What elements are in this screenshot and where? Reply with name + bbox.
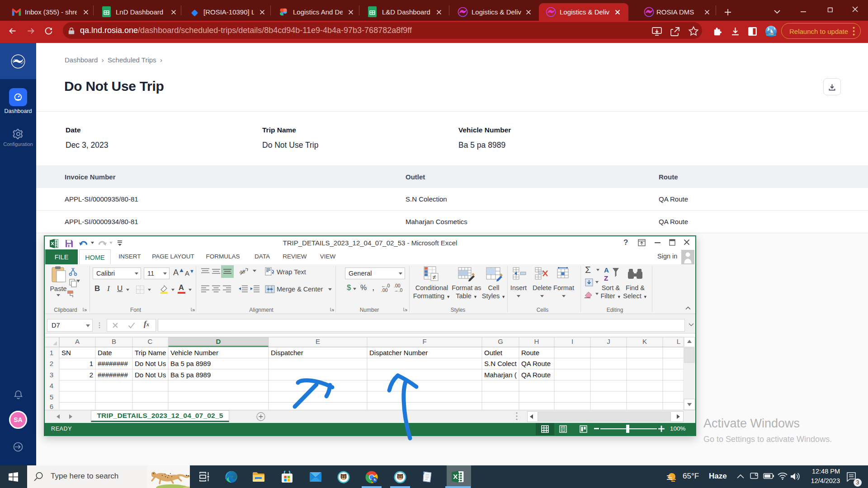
svg-text:H: H bbox=[534, 338, 539, 345]
svg-text:2: 2 bbox=[90, 371, 93, 379]
svg-text:I: I bbox=[571, 338, 573, 345]
svg-text:G: G bbox=[498, 338, 503, 345]
svg-text:Ba 5 pa 8989: Ba 5 pa 8989 bbox=[170, 360, 211, 367]
svg-text:D: D bbox=[216, 338, 221, 345]
svg-text:Dispatcher: Dispatcher bbox=[271, 349, 303, 357]
svg-text:K: K bbox=[642, 338, 647, 345]
svg-text:S.N Colect: S.N Colect bbox=[484, 360, 517, 367]
svg-text:5: 5 bbox=[50, 393, 53, 401]
svg-text:C: C bbox=[148, 338, 153, 345]
svg-text:2: 2 bbox=[50, 360, 53, 367]
svg-text:Do Not Us: Do Not Us bbox=[135, 371, 166, 379]
svg-text:Trip Name: Trip Name bbox=[135, 349, 166, 357]
svg-text:Date: Date bbox=[98, 349, 112, 357]
svg-text:Route: Route bbox=[521, 349, 539, 357]
svg-text:1: 1 bbox=[50, 349, 53, 357]
svg-text:QA Route: QA Route bbox=[521, 371, 551, 379]
svg-text:1: 1 bbox=[90, 360, 93, 367]
svg-text:Do Not Us: Do Not Us bbox=[135, 360, 166, 367]
svg-text:B: B bbox=[112, 338, 116, 345]
svg-text:A: A bbox=[75, 338, 80, 345]
svg-text:Outlet: Outlet bbox=[484, 349, 503, 357]
svg-text:Ba 5 pa 8989: Ba 5 pa 8989 bbox=[170, 371, 211, 379]
svg-text:QA Route: QA Route bbox=[521, 360, 551, 367]
svg-text:3: 3 bbox=[50, 371, 53, 379]
svg-text:L: L bbox=[677, 338, 680, 345]
svg-text:6: 6 bbox=[50, 403, 53, 410]
svg-text:J: J bbox=[607, 338, 610, 345]
svg-text:Maharjan (: Maharjan ( bbox=[484, 371, 517, 379]
svg-text:########: ######## bbox=[98, 360, 128, 367]
svg-text:Vehicle Number: Vehicle Number bbox=[170, 349, 218, 357]
svg-text:Dispatcher Number: Dispatcher Number bbox=[369, 349, 428, 357]
svg-text:F: F bbox=[422, 338, 426, 345]
svg-text:E: E bbox=[316, 338, 320, 345]
svg-text:########: ######## bbox=[98, 371, 128, 379]
svg-text:SN: SN bbox=[61, 349, 71, 357]
svg-text:4: 4 bbox=[50, 382, 53, 389]
